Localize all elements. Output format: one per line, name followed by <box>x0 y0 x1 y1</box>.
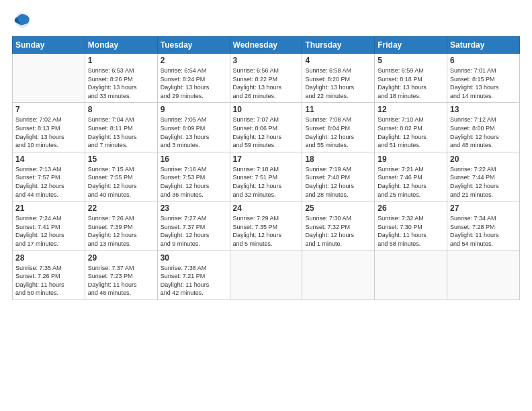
calendar-cell: 14Sunrise: 7:13 AM Sunset: 7:57 PM Dayli… <box>13 152 85 201</box>
calendar-cell: 4Sunrise: 6:58 AM Sunset: 8:20 PM Daylig… <box>302 54 375 103</box>
weekday-header: Saturday <box>447 37 520 54</box>
day-number: 25 <box>305 203 371 213</box>
day-number: 2 <box>161 56 227 65</box>
calendar-cell: 19Sunrise: 7:21 AM Sunset: 7:46 PM Dayli… <box>375 152 447 201</box>
day-number: 10 <box>233 105 300 114</box>
cell-info: Sunrise: 7:38 AM Sunset: 7:21 PM Dayligh… <box>161 264 227 298</box>
cell-info: Sunrise: 7:32 AM Sunset: 7:30 PM Dayligh… <box>378 214 444 248</box>
day-number: 15 <box>88 154 154 164</box>
weekday-header: Tuesday <box>157 37 230 54</box>
cell-info: Sunrise: 7:26 AM Sunset: 7:39 PM Dayligh… <box>88 214 154 248</box>
cell-info: Sunrise: 7:24 AM Sunset: 7:41 PM Dayligh… <box>15 214 82 248</box>
calendar-cell: 12Sunrise: 7:10 AM Sunset: 8:02 PM Dayli… <box>375 103 447 152</box>
logo <box>12 11 34 30</box>
cell-info: Sunrise: 7:18 AM Sunset: 7:51 PM Dayligh… <box>233 165 300 199</box>
calendar-cell: 10Sunrise: 7:07 AM Sunset: 8:06 PM Dayli… <box>230 103 302 152</box>
calendar-cell <box>447 250 520 300</box>
cell-info: Sunrise: 7:15 AM Sunset: 7:55 PM Dayligh… <box>88 165 154 199</box>
day-number: 18 <box>305 154 371 164</box>
cell-info: Sunrise: 7:04 AM Sunset: 8:11 PM Dayligh… <box>88 116 154 149</box>
calendar-week-row: 1Sunrise: 6:53 AM Sunset: 8:26 PM Daylig… <box>13 54 520 103</box>
calendar-cell: 13Sunrise: 7:12 AM Sunset: 8:00 PM Dayli… <box>447 103 520 152</box>
day-number: 28 <box>15 253 82 263</box>
calendar-cell <box>230 250 302 300</box>
cell-info: Sunrise: 7:22 AM Sunset: 7:44 PM Dayligh… <box>450 165 517 199</box>
cell-info: Sunrise: 7:19 AM Sunset: 7:48 PM Dayligh… <box>305 165 371 199</box>
cell-info: Sunrise: 7:29 AM Sunset: 7:35 PM Dayligh… <box>233 214 300 248</box>
cell-info: Sunrise: 7:21 AM Sunset: 7:46 PM Dayligh… <box>378 165 444 199</box>
day-number: 29 <box>88 253 154 263</box>
cell-info: Sunrise: 7:05 AM Sunset: 8:09 PM Dayligh… <box>161 116 227 149</box>
day-number: 30 <box>161 253 227 263</box>
page: SundayMondayTuesdayWednesdayThursdayFrid… <box>0 0 532 411</box>
calendar-cell: 26Sunrise: 7:32 AM Sunset: 7:30 PM Dayli… <box>375 201 447 250</box>
day-number: 12 <box>378 105 444 114</box>
cell-info: Sunrise: 7:02 AM Sunset: 8:13 PM Dayligh… <box>15 116 82 149</box>
day-number: 27 <box>450 203 517 213</box>
cell-info: Sunrise: 7:37 AM Sunset: 7:23 PM Dayligh… <box>88 264 154 298</box>
day-number: 17 <box>233 154 300 164</box>
weekday-header: Monday <box>85 37 157 54</box>
day-number: 16 <box>161 154 227 164</box>
day-number: 4 <box>305 56 371 65</box>
day-number: 22 <box>88 203 154 213</box>
calendar-cell: 15Sunrise: 7:15 AM Sunset: 7:55 PM Dayli… <box>85 152 157 201</box>
calendar-week-row: 28Sunrise: 7:35 AM Sunset: 7:26 PM Dayli… <box>13 250 520 300</box>
weekday-header: Friday <box>375 37 447 54</box>
calendar-week-row: 21Sunrise: 7:24 AM Sunset: 7:41 PM Dayli… <box>13 201 520 250</box>
calendar-cell: 16Sunrise: 7:16 AM Sunset: 7:53 PM Dayli… <box>157 152 230 201</box>
day-number: 6 <box>450 56 517 65</box>
weekday-header: Wednesday <box>230 37 302 54</box>
calendar-week-row: 14Sunrise: 7:13 AM Sunset: 7:57 PM Dayli… <box>13 152 520 201</box>
weekday-header: Thursday <box>302 37 375 54</box>
cell-info: Sunrise: 7:35 AM Sunset: 7:26 PM Dayligh… <box>15 264 82 298</box>
day-number: 14 <box>15 154 82 164</box>
day-number: 23 <box>161 203 227 213</box>
calendar-cell: 28Sunrise: 7:35 AM Sunset: 7:26 PM Dayli… <box>13 250 85 300</box>
cell-info: Sunrise: 6:56 AM Sunset: 8:22 PM Dayligh… <box>233 66 300 100</box>
logo-icon <box>12 11 31 30</box>
calendar-cell: 5Sunrise: 6:59 AM Sunset: 8:18 PM Daylig… <box>375 54 447 103</box>
calendar-cell: 8Sunrise: 7:04 AM Sunset: 8:11 PM Daylig… <box>85 103 157 152</box>
day-number: 7 <box>15 105 82 114</box>
cell-info: Sunrise: 7:34 AM Sunset: 7:28 PM Dayligh… <box>450 214 517 248</box>
day-number: 1 <box>88 56 154 65</box>
calendar-cell <box>302 250 375 300</box>
calendar-cell: 9Sunrise: 7:05 AM Sunset: 8:09 PM Daylig… <box>157 103 230 152</box>
calendar-cell: 6Sunrise: 7:01 AM Sunset: 8:15 PM Daylig… <box>447 54 520 103</box>
calendar-cell: 11Sunrise: 7:08 AM Sunset: 8:04 PM Dayli… <box>302 103 375 152</box>
calendar: SundayMondayTuesdayWednesdayThursdayFrid… <box>12 36 520 300</box>
day-number: 8 <box>88 105 154 114</box>
day-number: 21 <box>15 203 82 213</box>
calendar-cell: 25Sunrise: 7:30 AM Sunset: 7:32 PM Dayli… <box>302 201 375 250</box>
calendar-cell: 2Sunrise: 6:54 AM Sunset: 8:24 PM Daylig… <box>157 54 230 103</box>
cell-info: Sunrise: 6:59 AM Sunset: 8:18 PM Dayligh… <box>378 66 444 100</box>
cell-info: Sunrise: 7:08 AM Sunset: 8:04 PM Dayligh… <box>305 116 371 149</box>
weekday-header-row: SundayMondayTuesdayWednesdayThursdayFrid… <box>13 37 520 54</box>
calendar-cell <box>375 250 447 300</box>
calendar-cell: 23Sunrise: 7:27 AM Sunset: 7:37 PM Dayli… <box>157 201 230 250</box>
calendar-week-row: 7Sunrise: 7:02 AM Sunset: 8:13 PM Daylig… <box>13 103 520 152</box>
cell-info: Sunrise: 6:58 AM Sunset: 8:20 PM Dayligh… <box>305 66 371 100</box>
cell-info: Sunrise: 7:07 AM Sunset: 8:06 PM Dayligh… <box>233 116 300 149</box>
cell-info: Sunrise: 7:30 AM Sunset: 7:32 PM Dayligh… <box>305 214 371 248</box>
calendar-cell: 1Sunrise: 6:53 AM Sunset: 8:26 PM Daylig… <box>85 54 157 103</box>
header <box>12 11 520 30</box>
cell-info: Sunrise: 7:12 AM Sunset: 8:00 PM Dayligh… <box>450 116 517 149</box>
calendar-cell: 20Sunrise: 7:22 AM Sunset: 7:44 PM Dayli… <box>447 152 520 201</box>
day-number: 11 <box>305 105 371 114</box>
day-number: 13 <box>450 105 517 114</box>
calendar-cell: 21Sunrise: 7:24 AM Sunset: 7:41 PM Dayli… <box>13 201 85 250</box>
cell-info: Sunrise: 7:27 AM Sunset: 7:37 PM Dayligh… <box>161 214 227 248</box>
day-number: 26 <box>378 203 444 213</box>
calendar-cell: 30Sunrise: 7:38 AM Sunset: 7:21 PM Dayli… <box>157 250 230 300</box>
calendar-cell: 29Sunrise: 7:37 AM Sunset: 7:23 PM Dayli… <box>85 250 157 300</box>
day-number: 20 <box>450 154 517 164</box>
calendar-cell <box>13 54 85 103</box>
cell-info: Sunrise: 7:16 AM Sunset: 7:53 PM Dayligh… <box>161 165 227 199</box>
calendar-cell: 18Sunrise: 7:19 AM Sunset: 7:48 PM Dayli… <box>302 152 375 201</box>
cell-info: Sunrise: 6:54 AM Sunset: 8:24 PM Dayligh… <box>161 66 227 100</box>
calendar-cell: 17Sunrise: 7:18 AM Sunset: 7:51 PM Dayli… <box>230 152 302 201</box>
day-number: 19 <box>378 154 444 164</box>
cell-info: Sunrise: 7:01 AM Sunset: 8:15 PM Dayligh… <box>450 66 517 100</box>
